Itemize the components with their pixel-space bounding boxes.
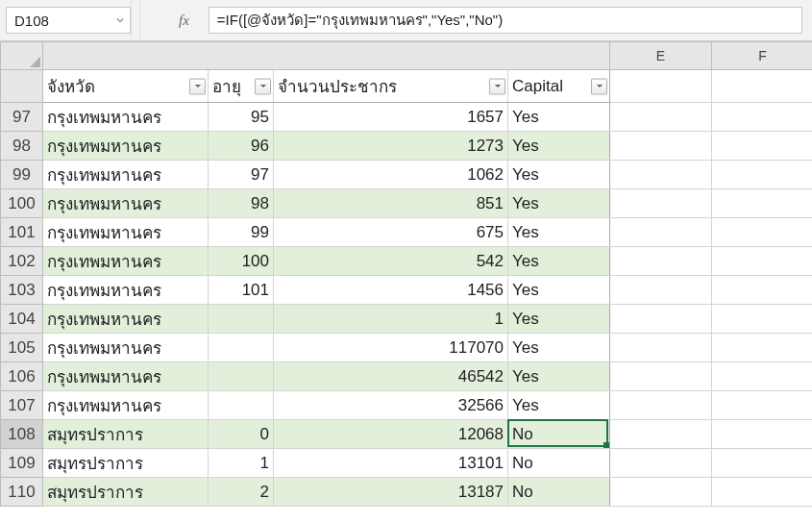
cell-f[interactable] bbox=[712, 161, 813, 189]
row-header[interactable]: 107 bbox=[1, 391, 43, 420]
cell-province[interactable]: กรุงเทพมหานคร bbox=[43, 161, 209, 189]
cell-capital[interactable]: Yes bbox=[508, 189, 610, 218]
cell-age[interactable] bbox=[209, 391, 274, 420]
table-header-age[interactable]: อายุ bbox=[209, 70, 274, 103]
cell-population[interactable]: 13101 bbox=[274, 449, 508, 478]
cell-population[interactable]: 13187 bbox=[274, 478, 508, 507]
cell-capital[interactable]: No bbox=[508, 449, 610, 478]
filter-button-province[interactable] bbox=[189, 78, 206, 94]
cell-f[interactable] bbox=[712, 218, 813, 247]
name-box[interactable]: D108 bbox=[6, 7, 131, 34]
cell-province[interactable]: กรุงเทพมหานคร bbox=[43, 132, 209, 161]
cell-province[interactable]: กรุงเทพมหานคร bbox=[43, 103, 209, 132]
cell-f-header[interactable] bbox=[712, 70, 813, 103]
cell-age[interactable] bbox=[209, 334, 274, 362]
cell-e[interactable] bbox=[610, 218, 712, 247]
row-header-blank[interactable] bbox=[1, 70, 43, 103]
cell-province[interactable]: กรุงเทพมหานคร bbox=[43, 218, 209, 247]
cell-capital[interactable]: No bbox=[508, 478, 610, 507]
cell-population[interactable]: 46542 bbox=[274, 362, 508, 391]
cell-e[interactable] bbox=[610, 276, 712, 305]
row-header[interactable]: 103 bbox=[1, 276, 43, 305]
cell-population[interactable]: 1456 bbox=[274, 276, 508, 305]
cell-age[interactable]: 97 bbox=[209, 161, 274, 189]
column-header-f[interactable]: F bbox=[712, 42, 813, 70]
cell-capital[interactable]: Yes bbox=[508, 247, 610, 276]
cell-province[interactable]: สมุทรปราการ bbox=[43, 420, 209, 449]
cell-capital[interactable]: Yes bbox=[508, 103, 610, 132]
cell-province[interactable]: กรุงเทพมหานคร bbox=[43, 189, 209, 218]
cell-province[interactable]: กรุงเทพมหานคร bbox=[43, 305, 209, 334]
cell-e-header[interactable] bbox=[610, 70, 712, 103]
row-header[interactable]: 104 bbox=[1, 305, 43, 334]
cell-capital[interactable]: Yes bbox=[508, 334, 610, 362]
row-header[interactable]: 98 bbox=[1, 132, 43, 161]
cell-province[interactable]: สมุทรปราการ bbox=[43, 449, 209, 478]
cell-province[interactable]: สมุทรปราการ bbox=[43, 478, 209, 507]
table-header-capital[interactable]: Capital bbox=[508, 70, 610, 103]
cell-e[interactable] bbox=[610, 247, 712, 276]
cell-f[interactable] bbox=[712, 276, 813, 305]
cell-province[interactable]: กรุงเทพมหานคร bbox=[43, 334, 209, 362]
cell-capital[interactable]: Yes bbox=[508, 305, 610, 334]
cell-age[interactable]: 95 bbox=[209, 103, 274, 132]
cell-e[interactable] bbox=[610, 305, 712, 334]
row-header[interactable]: 97 bbox=[1, 103, 43, 132]
cell-age[interactable]: 2 bbox=[209, 478, 274, 507]
cell-f[interactable] bbox=[712, 449, 813, 478]
cell-e[interactable] bbox=[610, 362, 712, 391]
filter-button-age[interactable] bbox=[255, 78, 271, 94]
cell-capital[interactable]: Yes bbox=[508, 362, 610, 391]
row-header[interactable]: 102 bbox=[1, 247, 43, 276]
cell-province[interactable]: กรุงเทพมหานคร bbox=[43, 276, 209, 305]
cell-e[interactable] bbox=[610, 449, 712, 478]
row-header[interactable]: 100 bbox=[1, 189, 43, 218]
row-header[interactable]: 105 bbox=[1, 334, 43, 362]
cell-age[interactable]: 1 bbox=[209, 449, 274, 478]
cell-age[interactable]: 100 bbox=[209, 247, 274, 276]
cell-age[interactable]: 98 bbox=[209, 189, 274, 218]
cell-age[interactable]: 0 bbox=[209, 420, 274, 449]
cell-population[interactable]: 32566 bbox=[274, 391, 508, 420]
cell-f[interactable] bbox=[712, 132, 813, 161]
cell-age[interactable]: 101 bbox=[209, 276, 274, 305]
row-header[interactable]: 109 bbox=[1, 449, 43, 478]
cell-e[interactable] bbox=[610, 334, 712, 362]
spreadsheet-grid[interactable]: E F จังหวัด อายุ จำนวนประชากร Capital bbox=[0, 41, 812, 523]
cell-population[interactable]: 117070 bbox=[274, 334, 508, 362]
cell-age[interactable] bbox=[209, 305, 274, 334]
cell-population[interactable]: 1273 bbox=[274, 132, 508, 161]
cell-f[interactable] bbox=[712, 334, 813, 362]
cell-capital[interactable]: No bbox=[508, 420, 610, 449]
row-header[interactable]: 99 bbox=[1, 161, 43, 189]
cell-capital[interactable]: Yes bbox=[508, 276, 610, 305]
cell-province[interactable]: กรุงเทพมหานคร bbox=[43, 391, 209, 420]
filter-button-capital[interactable] bbox=[591, 78, 607, 94]
cell-f[interactable] bbox=[712, 478, 813, 507]
merged-column-header[interactable] bbox=[43, 42, 610, 70]
column-header-e[interactable]: E bbox=[610, 42, 712, 70]
cell-population[interactable]: 542 bbox=[274, 247, 508, 276]
fx-button[interactable]: fx bbox=[179, 12, 197, 29]
name-box-dropdown-icon[interactable] bbox=[114, 14, 126, 26]
cell-capital[interactable]: Yes bbox=[508, 218, 610, 247]
cell-population[interactable]: 851 bbox=[274, 189, 508, 218]
cell-population[interactable]: 1 bbox=[274, 305, 508, 334]
row-header[interactable]: 106 bbox=[1, 362, 43, 391]
cell-e[interactable] bbox=[610, 132, 712, 161]
cell-f[interactable] bbox=[712, 391, 813, 420]
cell-f[interactable] bbox=[712, 420, 813, 449]
cell-population[interactable]: 675 bbox=[274, 218, 508, 247]
cell-age[interactable]: 96 bbox=[209, 132, 274, 161]
cell-f[interactable] bbox=[712, 103, 813, 132]
row-header[interactable]: 101 bbox=[1, 218, 43, 247]
cell-e[interactable] bbox=[610, 161, 712, 189]
formula-input[interactable]: =IF([@จังหวัด]="กรุงเทพมหานคร","Yes","No… bbox=[209, 7, 802, 34]
table-header-province[interactable]: จังหวัด bbox=[43, 70, 209, 103]
cell-e[interactable] bbox=[610, 391, 712, 420]
cell-province[interactable]: กรุงเทพมหานคร bbox=[43, 247, 209, 276]
cell-e[interactable] bbox=[610, 189, 712, 218]
cell-capital[interactable]: Yes bbox=[508, 132, 610, 161]
cell-province[interactable]: กรุงเทพมหานคร bbox=[43, 362, 209, 391]
cell-age[interactable] bbox=[209, 362, 274, 391]
